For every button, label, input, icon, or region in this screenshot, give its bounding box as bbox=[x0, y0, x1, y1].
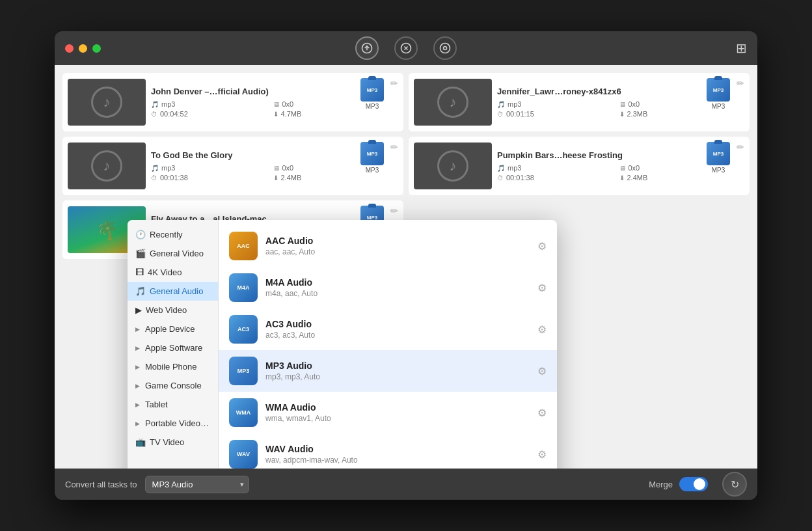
format-item-wav[interactable]: WAVWAV Audiowav, adpcm-ima-wav, Auto⚙ bbox=[219, 433, 557, 469]
file-meta: 🎵mp3🖥0x0⏱00:04:52⬇4.7MB bbox=[151, 100, 393, 118]
title-bar-nav bbox=[355, 36, 457, 60]
edit-icon[interactable]: ✏ bbox=[390, 78, 398, 88]
file-meta: 🎵mp3🖥0x0⏱00:01:15⬇2.3MB bbox=[497, 100, 739, 118]
merge-toggle[interactable] bbox=[679, 477, 708, 491]
format-name: WAV Audio bbox=[265, 444, 530, 454]
format-settings-icon[interactable]: ⚙ bbox=[537, 448, 547, 461]
format-name: M4A Audio bbox=[265, 277, 530, 288]
meta-icon: 🎵 bbox=[151, 101, 159, 108]
edit-icon[interactable]: ✏ bbox=[737, 78, 744, 88]
sidebar-item-label: Web Video bbox=[146, 305, 187, 315]
meta-value: 2.3MB bbox=[627, 110, 648, 118]
format-settings-icon[interactable]: ⚙ bbox=[537, 240, 547, 252]
format-item-ac3[interactable]: AC3AC3 Audioac3, ac3, Auto⚙ bbox=[219, 308, 557, 350]
beach-thumb-icon: 🌴 bbox=[96, 219, 118, 241]
music-note-icon: ♪ bbox=[91, 87, 122, 118]
format-name: MP3 Audio bbox=[265, 361, 530, 371]
format-info: WAV Audiowav, adpcm-ima-wav, Auto bbox=[265, 444, 530, 465]
file-title: To God Be the Glory bbox=[151, 150, 393, 160]
sidebar-item-4k-video[interactable]: 🎞4K Video bbox=[128, 263, 218, 282]
mp3-label: MP3 bbox=[366, 103, 379, 110]
meta-icon: 🖥 bbox=[619, 165, 626, 172]
sidebar-item-mobile-phone[interactable]: Mobile Phone bbox=[128, 357, 218, 376]
mp3-badge-icon: MP3 bbox=[707, 78, 730, 102]
sidebar-item-label: Recently bbox=[150, 230, 183, 239]
convert-tab[interactable] bbox=[355, 36, 379, 60]
tools-tab[interactable] bbox=[433, 36, 457, 60]
maximize-button[interactable] bbox=[92, 44, 101, 53]
4k-video-icon: 🎞 bbox=[135, 267, 144, 277]
sidebar-item-label: Apple Software bbox=[145, 343, 202, 353]
sidebar-item-game-console[interactable]: Game Console bbox=[128, 376, 218, 395]
edit-icon[interactable]: ✏ bbox=[390, 142, 398, 152]
file-meta-item: 🎵mp3 bbox=[497, 164, 617, 172]
format-settings-icon[interactable]: ⚙ bbox=[537, 323, 547, 336]
meta-icon: ⬇ bbox=[273, 174, 278, 182]
minimize-button[interactable] bbox=[79, 44, 87, 53]
sidebar-item-tablet[interactable]: Tablet bbox=[128, 395, 218, 414]
format-exts: aac, aac, Auto bbox=[265, 247, 530, 256]
sidebar-item-general-video[interactable]: 🎬General Video bbox=[128, 244, 218, 263]
file-item[interactable]: ♪John Denver –…fficial Audio)🎵mp3🖥0x0⏱00… bbox=[62, 73, 403, 131]
general-audio-icon: 🎵 bbox=[135, 286, 146, 296]
format-settings-icon[interactable]: ⚙ bbox=[537, 365, 547, 377]
sidebar-item-web-video[interactable]: ▶Web Video bbox=[128, 301, 218, 320]
format-item-wma[interactable]: WMAWMA Audiowma, wmav1, Auto⚙ bbox=[219, 392, 557, 433]
file-meta-item: 🎵mp3 bbox=[497, 100, 617, 108]
format-name: WMA Audio bbox=[265, 402, 530, 413]
sidebar-item-apple-device[interactable]: Apple Device bbox=[128, 320, 218, 338]
sidebar-item-label: 4K Video bbox=[148, 267, 182, 277]
sidebar-item-label: Game Console bbox=[145, 381, 202, 390]
general-video-icon: 🎬 bbox=[135, 249, 146, 258]
grid-icon[interactable]: ⊞ bbox=[736, 41, 747, 55]
svg-point-2 bbox=[440, 44, 450, 53]
format-select[interactable]: MP3 Audio AAC Audio WAV Audio M4A Audio bbox=[145, 476, 249, 493]
format-list: AACAAC Audioaac, aac, Auto⚙M4AM4A Audiom… bbox=[219, 220, 557, 469]
meta-value: 00:01:15 bbox=[506, 110, 534, 118]
edit-icon[interactable]: ✏ bbox=[390, 206, 398, 216]
web-video-icon: ▶ bbox=[135, 305, 142, 315]
sidebar-item-portable-video[interactable]: Portable Video Player bbox=[128, 414, 218, 433]
meta-icon: 🎵 bbox=[497, 101, 505, 108]
file-item[interactable]: ♪Pumpkin Bars…heese Frosting🎵mp3🖥0x0⏱00:… bbox=[409, 137, 750, 195]
file-item[interactable]: ♪Jennifer_Lawr…roney-x841zx6🎵mp3🖥0x0⏱00:… bbox=[409, 73, 750, 131]
format-exts: wav, adpcm-ima-wav, Auto bbox=[265, 456, 530, 465]
meta-value: 0x0 bbox=[282, 164, 294, 172]
meta-value: 2.4MB bbox=[627, 174, 648, 182]
ac3-format-icon: AC3 bbox=[229, 315, 258, 344]
meta-value: 2.4MB bbox=[281, 174, 302, 182]
sidebar-item-tv-video[interactable]: 📺TV Video bbox=[128, 433, 218, 452]
sidebar-item-apple-software[interactable]: Apple Software bbox=[128, 338, 218, 357]
meta-value: mp3 bbox=[161, 164, 175, 172]
format-item-aac[interactable]: AACAAC Audioaac, aac, Auto⚙ bbox=[219, 225, 557, 267]
format-settings-icon[interactable]: ⚙ bbox=[537, 282, 547, 294]
title-bar: ⊞ bbox=[55, 31, 757, 65]
sidebar-item-recently[interactable]: 🕐Recently bbox=[128, 225, 218, 244]
file-item[interactable]: ♪To God Be the Glory🎵mp3🖥0x0⏱00:01:38⬇2.… bbox=[62, 137, 403, 195]
meta-icon: 🖥 bbox=[273, 165, 280, 172]
file-meta: 🎵mp3🖥0x0⏱00:01:38⬇2.4MB bbox=[151, 164, 393, 182]
file-meta-item: ⬇2.4MB bbox=[273, 174, 394, 182]
mp3-label: MP3 bbox=[712, 167, 725, 174]
format-info: AAC Audioaac, aac, Auto bbox=[265, 236, 530, 256]
file-title: John Denver –…fficial Audio) bbox=[151, 87, 393, 96]
format-item-m4a[interactable]: M4AM4A Audiom4a, aac, Auto⚙ bbox=[219, 267, 557, 308]
meta-icon: ⬇ bbox=[619, 174, 625, 182]
format-item-mp3[interactable]: MP3MP3 Audiomp3, mp3, Auto⚙ bbox=[219, 350, 557, 392]
convert-label: Convert all tasks to bbox=[65, 480, 137, 489]
m4a-format-icon: M4A bbox=[229, 273, 258, 302]
sidebar-item-label: TV Video bbox=[150, 437, 184, 447]
meta-value: mp3 bbox=[508, 100, 521, 108]
format-select-wrapper: MP3 Audio AAC Audio WAV Audio M4A Audio bbox=[145, 476, 249, 493]
format-sidebar: 🕐Recently🎬General Video🎞4K Video🎵General… bbox=[128, 220, 219, 469]
compress-tab[interactable] bbox=[394, 36, 418, 60]
sidebar-item-general-audio[interactable]: 🎵General Audio bbox=[128, 282, 218, 301]
file-format-badge: MP3MP3 bbox=[360, 142, 384, 174]
merge-section: Merge ↻ bbox=[649, 472, 747, 497]
start-convert-button[interactable]: ↻ bbox=[722, 472, 747, 497]
close-button[interactable] bbox=[65, 44, 74, 53]
meta-value: 00:01:38 bbox=[160, 174, 188, 182]
edit-icon[interactable]: ✏ bbox=[737, 142, 744, 152]
file-format-badge: MP3MP3 bbox=[707, 78, 730, 110]
format-settings-icon[interactable]: ⚙ bbox=[537, 407, 547, 419]
